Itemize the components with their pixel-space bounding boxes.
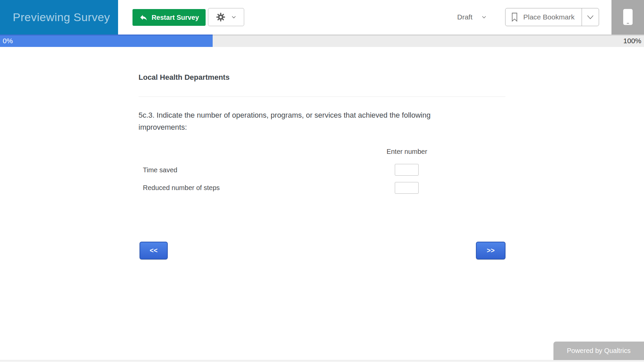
previous-page-button[interactable]: <<: [140, 242, 168, 259]
chevron-down-icon: [586, 13, 594, 21]
powered-by-qualtrics-badge[interactable]: Powered by Qualtrics: [553, 342, 644, 360]
preview-mode-banner: Previewing Survey: [0, 0, 118, 35]
progress-current-label: 0%: [0, 37, 13, 45]
mobile-preview-toggle[interactable]: [611, 0, 644, 35]
question-text: 5c.3. Indicate the number of operations,…: [139, 109, 474, 133]
place-bookmark-button[interactable]: Place Bookmark: [505, 8, 582, 26]
bookmark-menu-toggle[interactable]: [582, 8, 599, 26]
powered-by-label: Powered by Qualtrics: [567, 347, 631, 355]
preview-mode-label: Previewing Survey: [13, 11, 110, 24]
survey-preview-page: Previewing Survey Restart Survey: [0, 0, 644, 362]
time-saved-number-input[interactable]: [395, 164, 419, 176]
reduced-steps-number-input[interactable]: [395, 182, 419, 194]
matrix-row-label: Time saved: [143, 166, 177, 174]
mobile-phone-icon: [621, 8, 635, 27]
survey-block-title: Local Health Departments: [139, 73, 229, 82]
answer-column-header: Enter number: [357, 148, 457, 156]
next-page-button[interactable]: >>: [476, 242, 505, 259]
place-bookmark-label: Place Bookmark: [523, 13, 575, 21]
progress-max-label: 100%: [623, 35, 641, 47]
bookmark-icon: [511, 12, 519, 22]
survey-content: Local Health Departments 5c.3. Indicate …: [139, 0, 505, 362]
place-bookmark-split-button: Place Bookmark: [505, 8, 599, 26]
title-divider: [139, 97, 505, 97]
matrix-row-label: Reduced number of steps: [143, 184, 220, 192]
bottom-edge-strip: [0, 360, 644, 362]
